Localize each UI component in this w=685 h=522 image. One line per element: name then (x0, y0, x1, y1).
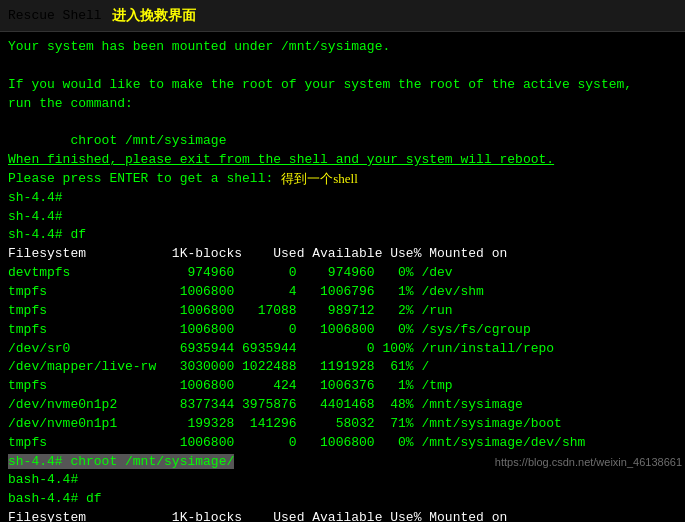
terminal-line: bash-4.4# df (8, 490, 677, 509)
terminal-line: run the command: (8, 95, 677, 114)
terminal-line: tmpfs 1006800 4 1006796 1% /dev/shm (8, 283, 677, 302)
terminal-line: chroot /mnt/sysimage (8, 132, 677, 151)
terminal-line: Please press ENTER to get a shell:得到一个sh… (8, 170, 677, 189)
terminal-line (8, 113, 677, 132)
window-title: Rescue Shell (8, 8, 102, 23)
annotation-text: 得到一个shell (281, 170, 358, 189)
terminal-line: devtmpfs 974960 0 974960 0% /dev (8, 264, 677, 283)
terminal-line: sh-4.4# (8, 208, 677, 227)
terminal-line: When finished, please exit from the shel… (8, 151, 677, 170)
terminal-line: /dev/nvme0n1p2 8377344 3975876 4401468 4… (8, 396, 677, 415)
terminal[interactable]: Your system has been mounted under /mnt/… (0, 32, 685, 522)
window-subtitle: 进入挽救界面 (112, 7, 196, 25)
terminal-line: bash-4.4# (8, 471, 677, 490)
watermark: https://blog.csdn.net/weixin_46138661 (492, 454, 685, 472)
terminal-line: /dev/nvme0n1p1 199328 141296 58032 71% /… (8, 415, 677, 434)
terminal-line: sh-4.4# (8, 189, 677, 208)
terminal-line (8, 57, 677, 76)
terminal-line: If you would like to make the root of yo… (8, 76, 677, 95)
terminal-line: Filesystem 1K-blocks Used Available Use%… (8, 245, 677, 264)
prompt-text: Please press ENTER to get a shell: (8, 170, 273, 189)
terminal-line: tmpfs 1006800 0 1006800 0% /sys/fs/cgrou… (8, 321, 677, 340)
terminal-line: tmpfs 1006800 0 1006800 0% /mnt/sysimage… (8, 434, 677, 453)
terminal-line: Filesystem 1K-blocks Used Available Use%… (8, 509, 677, 522)
terminal-line: Your system has been mounted under /mnt/… (8, 38, 677, 57)
terminal-line: sh-4.4# df (8, 226, 677, 245)
terminal-line: /dev/mapper/live-rw 3030000 1022488 1191… (8, 358, 677, 377)
highlighted-command: sh-4.4# chroot /mnt/sysimage/ (8, 454, 234, 469)
terminal-line: /dev/sr0 6935944 6935944 0 100% /run/ins… (8, 340, 677, 359)
terminal-line: tmpfs 1006800 17088 989712 2% /run (8, 302, 677, 321)
titlebar: Rescue Shell 进入挽救界面 (0, 0, 685, 32)
terminal-line: tmpfs 1006800 424 1006376 1% /tmp (8, 377, 677, 396)
